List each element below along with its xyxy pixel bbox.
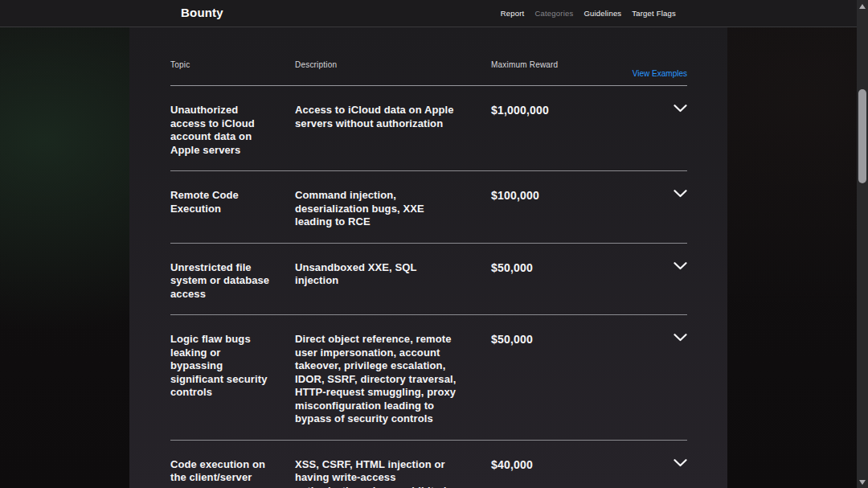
table-row[interactable]: Unrestricted file system or database acc… xyxy=(170,244,687,316)
table-header-row: Topic Description Maximum Reward View Ex… xyxy=(170,27,687,86)
nav-link-categories[interactable]: Categories xyxy=(534,9,573,18)
column-header-description: Description xyxy=(295,60,491,69)
page-title[interactable]: Bounty xyxy=(181,6,223,19)
table-row[interactable]: Code execution on the client/server XSS,… xyxy=(170,441,687,488)
nav-link-target-flags[interactable]: Target Flags xyxy=(632,9,676,18)
row-topic: Logic flaw bugs leaking or bypassing sig… xyxy=(170,333,295,400)
row-description: Access to iCloud data on Apple servers w… xyxy=(295,104,491,130)
chevron-down-icon[interactable] xyxy=(674,105,687,113)
chevron-down-icon[interactable] xyxy=(674,190,687,198)
row-topic: Code execution on the client/server xyxy=(170,458,295,485)
top-navigation-bar: Bounty ReportCategoriesGuidelinesTarget … xyxy=(0,0,857,27)
nav-link-guidelines[interactable]: Guidelines xyxy=(583,9,621,18)
content-panel: Topic Description Maximum Reward View Ex… xyxy=(129,27,727,488)
page-background: Bounty ReportCategoriesGuidelinesTarget … xyxy=(0,0,868,488)
view-examples-link[interactable]: View Examples xyxy=(633,69,687,78)
row-description: Direct object reference, remote user imp… xyxy=(295,333,491,426)
row-description: XSS, CSRF, HTML injection or having writ… xyxy=(295,458,491,488)
nav-links: ReportCategoriesGuidelinesTarget Flags xyxy=(501,0,676,27)
table-body: Unauthorized access to iCloud account da… xyxy=(170,86,687,488)
row-topic: Remote Code Execution xyxy=(170,189,295,215)
scroll-up-arrow-icon[interactable] xyxy=(859,4,866,9)
scroll-down-arrow-icon[interactable] xyxy=(859,480,866,485)
row-topic: Unauthorized access to iCloud account da… xyxy=(170,104,295,157)
bounty-categories-table: Topic Description Maximum Reward View Ex… xyxy=(170,27,687,488)
row-topic: Unrestricted file system or database acc… xyxy=(170,261,295,301)
nav-link-report[interactable]: Report xyxy=(501,9,525,18)
vertical-scrollbar[interactable] xyxy=(857,0,868,488)
table-row[interactable]: Unauthorized access to iCloud account da… xyxy=(170,86,687,171)
chevron-down-icon[interactable] xyxy=(674,262,687,270)
scrollbar-thumb[interactable] xyxy=(858,89,866,183)
row-description: Command injection, deserialization bugs,… xyxy=(295,189,491,229)
row-maximum-reward: $40,000 xyxy=(491,458,668,472)
table-row[interactable]: Logic flaw bugs leaking or bypassing sig… xyxy=(170,315,687,441)
row-maximum-reward: $1,000,000 xyxy=(491,104,668,117)
row-maximum-reward: $100,000 xyxy=(491,189,668,203)
row-maximum-reward: $50,000 xyxy=(491,333,668,347)
chevron-down-icon[interactable] xyxy=(674,334,687,342)
column-header-maximum-reward: Maximum Reward xyxy=(491,60,668,69)
row-maximum-reward: $50,000 xyxy=(491,261,668,275)
row-description: Unsandboxed XXE, SQL injection xyxy=(295,261,491,288)
table-row[interactable]: Remote Code Execution Command injection,… xyxy=(170,171,687,244)
column-header-topic: Topic xyxy=(170,60,295,69)
chevron-down-icon[interactable] xyxy=(674,459,687,467)
